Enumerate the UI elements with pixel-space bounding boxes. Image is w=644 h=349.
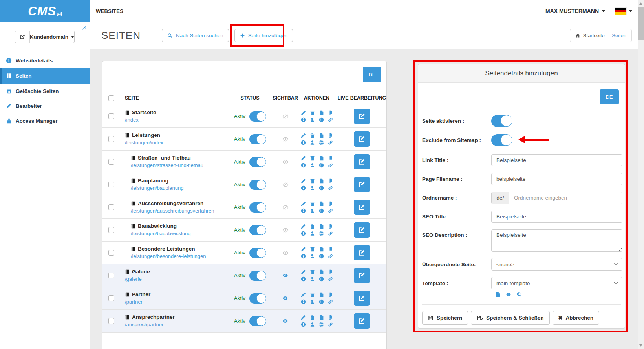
page-file-icon[interactable] — [318, 178, 324, 184]
edit-icon[interactable] — [300, 156, 306, 161]
info-icon[interactable] — [300, 299, 306, 304]
scrollbar-thumb[interactable] — [638, 7, 644, 40]
info-icon[interactable] — [300, 208, 306, 213]
eye-icon[interactable] — [505, 292, 512, 297]
live-edit-button[interactable] — [354, 313, 370, 329]
trash-icon[interactable] — [309, 110, 315, 115]
add-page-button[interactable]: Seite hinzufügen — [234, 29, 293, 42]
search-plus-icon[interactable] — [516, 292, 522, 297]
template-select[interactable]: main-template — [491, 277, 622, 289]
user-icon[interactable] — [309, 117, 315, 122]
link-title-input[interactable] — [491, 154, 622, 166]
sidebar-item-websitedetails[interactable]: Websitedetails — [0, 53, 90, 68]
page-file-icon[interactable] — [318, 133, 324, 138]
status-toggle[interactable] — [249, 111, 266, 122]
link-icon[interactable] — [327, 254, 333, 259]
exclude-sitemap-toggle[interactable] — [491, 134, 512, 146]
globe-icon[interactable] — [318, 185, 324, 191]
info-icon[interactable] — [300, 231, 306, 236]
link-icon[interactable] — [327, 322, 333, 327]
panel-language-badge[interactable]: DE — [600, 89, 619, 104]
link-icon[interactable] — [327, 299, 333, 304]
trash-icon[interactable] — [309, 224, 315, 229]
page-file-icon[interactable] — [318, 201, 324, 206]
trash-icon[interactable] — [309, 247, 315, 252]
edit-icon[interactable] — [300, 269, 306, 274]
row-checkbox[interactable] — [108, 159, 114, 165]
page-file-icon[interactable] — [318, 110, 324, 115]
globe-icon[interactable] — [318, 276, 324, 282]
user-icon[interactable] — [309, 322, 315, 327]
link-icon[interactable] — [327, 208, 333, 213]
trash-icon[interactable] — [309, 269, 315, 274]
info-icon[interactable] — [300, 322, 306, 327]
user-icon[interactable] — [309, 208, 315, 213]
page-url-link[interactable]: /leistungen/strassen-und-tiefbau — [131, 162, 203, 169]
globe-icon[interactable] — [318, 163, 324, 168]
row-checkbox[interactable] — [108, 250, 114, 256]
globe-icon[interactable] — [318, 117, 324, 122]
file-icon[interactable] — [495, 292, 501, 297]
copy-icon[interactable] — [327, 269, 333, 274]
seo-title-input[interactable] — [491, 211, 622, 223]
save-button[interactable]: Speichern — [422, 311, 468, 325]
copy-icon[interactable] — [327, 133, 333, 138]
status-toggle[interactable] — [249, 180, 266, 190]
status-toggle[interactable] — [249, 134, 266, 144]
page-url-link[interactable]: /leistungen/bauplanung — [131, 185, 183, 192]
page-url-link[interactable]: /index — [125, 116, 139, 124]
edit-icon[interactable] — [300, 292, 306, 297]
info-icon[interactable] — [300, 185, 306, 191]
sidebar-item-seiten[interactable]: Seiten — [0, 68, 90, 84]
page-file-icon[interactable] — [318, 156, 324, 161]
row-checkbox[interactable] — [108, 204, 114, 210]
globe-icon[interactable] — [318, 254, 324, 259]
domain-selector-button[interactable]: Kundendomain — [15, 31, 75, 43]
user-menu[interactable]: MAX MUSTERMANN — [545, 8, 605, 14]
page-file-icon[interactable] — [318, 315, 324, 320]
page-file-icon[interactable] — [318, 269, 324, 274]
link-icon[interactable] — [327, 185, 333, 191]
page-url-link[interactable]: /leistungen/index — [125, 139, 163, 146]
seite-aktivieren-toggle[interactable] — [491, 115, 512, 127]
link-icon[interactable] — [327, 117, 333, 122]
live-edit-button[interactable] — [354, 268, 370, 283]
edit-icon[interactable] — [300, 110, 306, 115]
page-url-link[interactable]: /galerie — [125, 276, 142, 283]
page-url-link[interactable]: /leistungen/besondere-leistungen — [131, 253, 206, 260]
status-toggle[interactable] — [249, 225, 266, 235]
row-checkbox[interactable] — [108, 136, 114, 142]
globe-icon[interactable] — [318, 140, 324, 145]
edit-icon[interactable] — [300, 133, 306, 138]
live-edit-button[interactable] — [354, 200, 370, 215]
breadcrumb[interactable]: Startseite - Seiten — [570, 29, 632, 42]
user-icon[interactable] — [309, 140, 315, 145]
live-edit-button[interactable] — [354, 177, 370, 192]
info-icon[interactable] — [300, 163, 306, 168]
select-all-checkbox[interactable] — [108, 95, 114, 101]
sidebar-item-bearbeiter[interactable]: Bearbeiter — [0, 98, 90, 113]
search-pages-button[interactable]: Nach Seiten suchen — [162, 29, 229, 42]
row-checkbox[interactable] — [108, 113, 114, 119]
copy-icon[interactable] — [327, 156, 333, 161]
row-checkbox[interactable] — [108, 227, 114, 233]
live-edit-button[interactable] — [354, 131, 370, 147]
trash-icon[interactable] — [309, 178, 315, 184]
live-edit-button[interactable] — [354, 291, 370, 306]
copy-icon[interactable] — [327, 315, 333, 320]
globe-icon[interactable] — [318, 208, 324, 213]
live-edit-button[interactable] — [354, 245, 370, 260]
save-and-close-button[interactable]: Speichern & Schließen — [471, 311, 549, 325]
info-icon[interactable] — [300, 140, 306, 145]
trash-icon[interactable] — [309, 315, 315, 320]
info-icon[interactable] — [300, 254, 306, 259]
row-checkbox[interactable] — [108, 273, 114, 278]
edit-icon[interactable] — [300, 224, 306, 229]
parent-page-select[interactable]: <none> — [491, 258, 622, 271]
page-url-link[interactable]: /leistungen/ausschreibungsverfahren — [131, 207, 214, 214]
page-url-link[interactable]: /ansprechpartner — [125, 321, 163, 328]
scrollbar-track[interactable] — [638, 0, 644, 349]
copy-icon[interactable] — [327, 110, 333, 115]
user-icon[interactable] — [309, 254, 315, 259]
seo-description-textarea[interactable]: Beispielseite — [491, 229, 622, 252]
